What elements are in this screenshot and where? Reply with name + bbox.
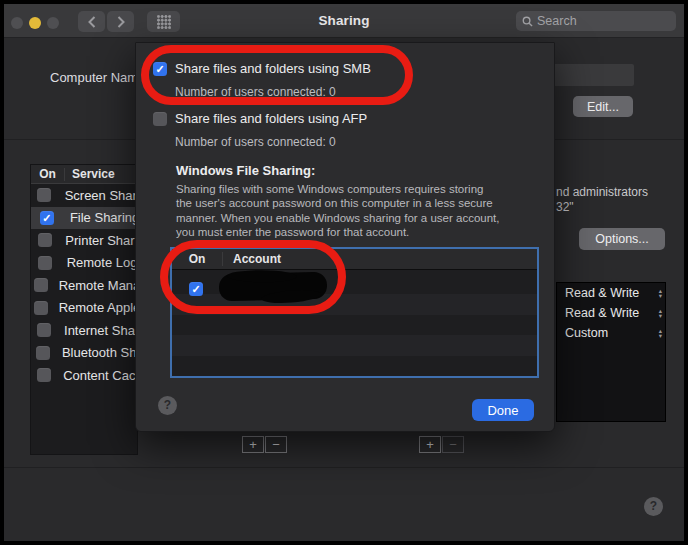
empty-table-row: [172, 356, 537, 377]
smb-checkbox-checked[interactable]: [153, 62, 167, 76]
account-checkbox-checked[interactable]: [189, 282, 203, 296]
add-button[interactable]: +: [419, 436, 441, 453]
column-header-service: Service: [64, 168, 115, 181]
help-button[interactable]: ?: [644, 497, 663, 516]
service-row-remote-login[interactable]: Remote Login: [31, 252, 137, 275]
info-text-administrators: nd administrators: [556, 185, 648, 199]
search-input[interactable]: [537, 14, 670, 28]
edit-button[interactable]: Edit...: [573, 96, 633, 117]
column-header-account: Account: [222, 252, 281, 266]
afp-label: Share files and folders using AFP: [175, 111, 367, 126]
column-header-on: On: [31, 167, 64, 181]
service-row-file-sharing[interactable]: File Sharing: [31, 207, 137, 230]
accounts-table-header: On Account: [172, 249, 537, 270]
stepper-icon[interactable]: ▴▾: [659, 328, 662, 339]
service-row-bluetooth-sharing[interactable]: Bluetooth Sharing: [31, 342, 137, 365]
done-button[interactable]: Done: [472, 399, 534, 421]
empty-table-row: [172, 335, 537, 356]
search-field[interactable]: [516, 11, 676, 31]
service-row-internet-sharing[interactable]: Internet Sharing: [31, 319, 137, 342]
checkbox[interactable]: [38, 233, 52, 247]
redacted-account-name: [219, 272, 328, 302]
permission-row[interactable]: Custom ▴▾: [557, 323, 665, 343]
smb-options-sheet: Share files and folders using SMB Number…: [135, 42, 555, 432]
stepper-icon[interactable]: ▴▾: [659, 288, 662, 299]
checkbox[interactable]: [37, 188, 51, 202]
add-button[interactable]: +: [242, 436, 264, 453]
checkbox[interactable]: [36, 346, 50, 360]
remove-button-disabled: −: [442, 436, 464, 453]
search-icon: [522, 16, 533, 27]
permission-row[interactable]: Read & Write ▴▾: [557, 283, 665, 303]
smb-label: Share files and folders using SMB: [175, 61, 371, 76]
service-row-remote-management[interactable]: Remote Management: [31, 274, 137, 297]
afp-checkbox-unchecked[interactable]: [153, 112, 167, 126]
services-list-header: On Service: [31, 165, 137, 184]
smb-users-connected: Number of users connected: 0: [175, 85, 336, 99]
users-add-remove: + −: [419, 436, 464, 453]
service-row-printer-sharing[interactable]: Printer Sharing: [31, 229, 137, 252]
remove-button[interactable]: −: [265, 436, 287, 453]
checkbox[interactable]: [38, 256, 52, 270]
afp-users-connected: Number of users connected: 0: [175, 135, 336, 149]
title-bar: Sharing: [4, 4, 684, 38]
divider: [4, 467, 684, 468]
computer-name-field[interactable]: [548, 64, 634, 86]
checkbox[interactable]: [37, 323, 51, 337]
checkbox[interactable]: [34, 301, 48, 315]
permission-row[interactable]: Read & Write ▴▾: [557, 303, 665, 323]
service-row-remote-apple-events[interactable]: Remote Apple Events: [31, 297, 137, 320]
sharing-preferences-window: Sharing Computer Name: Edit... On Servic…: [4, 4, 684, 541]
service-row-content-caching[interactable]: Content Caching: [31, 364, 137, 387]
checkbox[interactable]: [34, 278, 48, 292]
sheet-help-button[interactable]: ?: [158, 396, 177, 415]
checkbox[interactable]: [37, 368, 51, 382]
service-row-screen-sharing[interactable]: Screen Sharing: [31, 184, 137, 207]
info-text-computer: 32": [556, 200, 574, 214]
windows-file-sharing-description: Sharing files with some Windows computer…: [176, 182, 540, 239]
services-list: On Service Screen Sharing File Sharing P…: [30, 164, 138, 455]
windows-file-sharing-heading: Windows File Sharing:: [176, 163, 315, 178]
shared-folders-add-remove: + −: [242, 436, 287, 453]
options-button[interactable]: Options...: [579, 228, 665, 250]
users-permissions-list: Read & Write ▴▾ Read & Write ▴▾ Custom ▴…: [556, 282, 666, 422]
empty-table-row: [172, 315, 537, 336]
computer-name-label: Computer Name:: [50, 70, 138, 85]
windows-sharing-accounts-table: On Account: [170, 247, 539, 378]
stepper-icon[interactable]: ▴▾: [659, 308, 662, 319]
column-header-on: On: [172, 252, 222, 266]
checkbox-checked[interactable]: [40, 211, 54, 225]
